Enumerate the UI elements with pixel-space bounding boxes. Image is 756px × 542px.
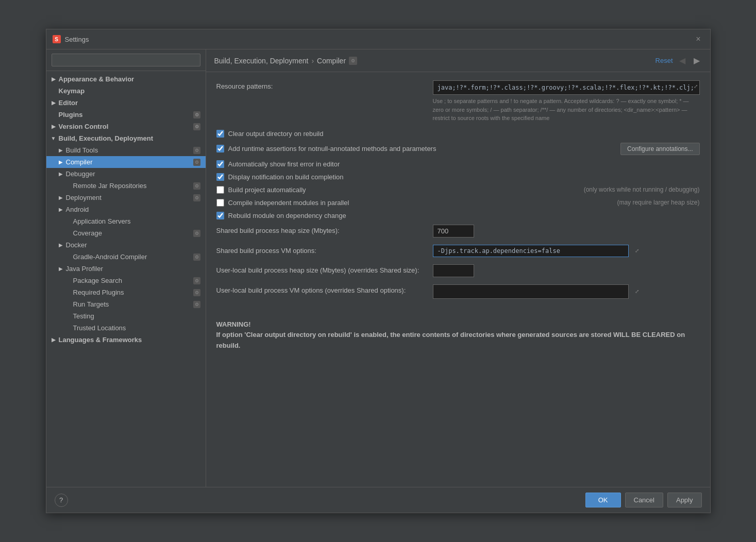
arrow-icon bbox=[65, 218, 71, 225]
shared-heap-input[interactable] bbox=[433, 225, 474, 238]
header-actions: Reset ◀ ▶ bbox=[656, 55, 702, 66]
sidebar-item-label: Deployment bbox=[66, 194, 193, 201]
sidebar-item-keymap[interactable]: Keymap bbox=[46, 85, 206, 97]
search-input[interactable] bbox=[52, 54, 200, 66]
arrow-icon: ▶ bbox=[58, 147, 64, 154]
resource-patterns-label: Resource patterns: bbox=[216, 80, 433, 90]
sidebar-item-java-profiler[interactable]: ▶ Java Profiler bbox=[46, 263, 206, 275]
user-vm-options-control: ⤢ bbox=[433, 284, 700, 299]
settings-dialog: S Settings × ▶ Appearance & Behavior Key… bbox=[46, 29, 711, 513]
arrow-icon: ▶ bbox=[58, 195, 64, 201]
warning-text: WARNING! If option 'Clear output directo… bbox=[216, 319, 700, 351]
user-heap-input[interactable] bbox=[433, 264, 474, 277]
sidebar-item-remote-jar-repositories[interactable]: Remote Jar Repositories ⚙ bbox=[46, 180, 206, 192]
clear-output-checkbox[interactable] bbox=[216, 130, 224, 138]
sidebar-item-docker[interactable]: ▶ Docker bbox=[46, 239, 206, 251]
sidebar-item-label: Docker bbox=[66, 241, 200, 249]
expand-icon[interactable]: ⤢ bbox=[635, 289, 639, 294]
warning-body: If option 'Clear output directory on reb… bbox=[216, 331, 685, 349]
sidebar-item-deployment[interactable]: ▶ Deployment ⚙ bbox=[46, 192, 206, 204]
arrow-icon bbox=[65, 313, 71, 319]
arrow-icon bbox=[65, 325, 71, 331]
shared-vm-options-label: Shared build process VM options: bbox=[216, 245, 433, 255]
sidebar-item-build-execution-deployment[interactable]: ▼ Build, Execution, Deployment bbox=[46, 132, 206, 144]
sidebar-item-android[interactable]: ▶ Android bbox=[46, 204, 206, 215]
settings-icon: ⚙ bbox=[193, 194, 200, 201]
expand-icon[interactable]: ⤢ bbox=[694, 83, 698, 89]
build-automatically-row: Build project automatically (only works … bbox=[216, 186, 700, 194]
sidebar-item-label: Run Targets bbox=[73, 300, 193, 308]
arrow-icon: ▶ bbox=[51, 100, 57, 106]
settings-icon: ⚙ bbox=[193, 230, 200, 237]
sidebar-item-required-plugins[interactable]: Required Plugins ⚙ bbox=[46, 286, 206, 298]
sidebar-item-package-search[interactable]: Package Search ⚙ bbox=[46, 275, 206, 286]
back-button[interactable]: ◀ bbox=[677, 55, 687, 66]
breadcrumb-separator: › bbox=[311, 57, 314, 65]
sidebar-item-build-tools[interactable]: ▶ Build Tools ⚙ bbox=[46, 144, 206, 156]
sidebar-item-appearance-behavior[interactable]: ▶ Appearance & Behavior bbox=[46, 73, 206, 85]
auto-show-error-checkbox[interactable] bbox=[216, 160, 224, 168]
cancel-button[interactable]: Cancel bbox=[625, 493, 663, 507]
sidebar-item-label: Build Tools bbox=[66, 146, 193, 154]
display-notification-label: Display notification on build completion bbox=[228, 173, 700, 181]
rebuild-on-dependency-checkbox[interactable] bbox=[216, 212, 224, 219]
clear-output-row: Clear output directory on rebuild bbox=[216, 130, 700, 138]
sidebar-item-label: Android bbox=[66, 206, 200, 213]
settings-icon: ⚙ bbox=[193, 301, 200, 308]
sidebar-item-application-servers[interactable]: Application Servers bbox=[46, 215, 206, 227]
settings-icon: ⚙ bbox=[193, 277, 200, 284]
sidebar-item-trusted-locations[interactable]: Trusted Locations bbox=[46, 322, 206, 334]
sidebar-item-testing[interactable]: Testing bbox=[46, 310, 206, 322]
display-notification-row: Display notification on build completion bbox=[216, 173, 700, 181]
arrow-icon: ▶ bbox=[51, 76, 57, 82]
arrow-icon: ▶ bbox=[51, 124, 57, 130]
sidebar-item-editor[interactable]: ▶ Editor bbox=[46, 97, 206, 109]
user-heap-label: User-local build process heap size (Mbyt… bbox=[216, 264, 433, 274]
resource-patterns-input[interactable] bbox=[433, 80, 700, 95]
help-button[interactable]: ? bbox=[55, 494, 68, 507]
title-bar: S Settings × bbox=[46, 29, 710, 49]
add-runtime-assertions-checkbox[interactable] bbox=[216, 145, 224, 153]
apply-button[interactable]: Apply bbox=[667, 493, 702, 507]
configure-annotations-button[interactable]: Configure annotations... bbox=[620, 143, 699, 155]
clear-output-label: Clear output directory on rebuild bbox=[228, 130, 700, 138]
user-vm-options-row: User-local build process VM options (ove… bbox=[216, 284, 700, 299]
user-vm-options-input[interactable] bbox=[433, 284, 629, 299]
forward-button[interactable]: ▶ bbox=[692, 55, 702, 66]
sidebar-item-label: Required Plugins bbox=[73, 289, 193, 296]
dialog-body: ▶ Appearance & Behavior Keymap ▶ Editor … bbox=[46, 49, 710, 487]
settings-icon: ⚙ bbox=[193, 159, 200, 166]
breadcrumb: Build, Execution, Deployment › Compiler … bbox=[214, 57, 656, 65]
ok-button[interactable]: OK bbox=[585, 493, 621, 507]
warning-section: WARNING! If option 'Clear output directo… bbox=[216, 309, 700, 351]
expand-icon[interactable]: ⤢ bbox=[635, 248, 639, 253]
arrow-icon bbox=[65, 301, 71, 308]
dialog-title: Settings bbox=[65, 36, 693, 43]
close-button[interactable]: × bbox=[693, 33, 703, 45]
sidebar-item-languages-frameworks[interactable]: ▶ Languages & Frameworks bbox=[46, 334, 206, 346]
compile-parallel-checkbox[interactable] bbox=[216, 199, 224, 207]
sidebar-item-label: Testing bbox=[73, 312, 200, 320]
shared-vm-options-row: Shared build process VM options: ⤢ bbox=[216, 245, 700, 257]
sidebar-item-coverage[interactable]: Coverage ⚙ bbox=[46, 227, 206, 239]
sidebar-item-plugins[interactable]: Plugins ⚙ bbox=[46, 109, 206, 121]
sidebar-item-label: Build, Execution, Deployment bbox=[59, 134, 200, 142]
sidebar-item-label: Editor bbox=[59, 99, 200, 107]
arrow-icon: ▶ bbox=[58, 159, 64, 165]
sidebar-tree: ▶ Appearance & Behavior Keymap ▶ Editor … bbox=[46, 71, 206, 487]
sidebar-item-gradle-android-compiler[interactable]: Gradle-Android Compiler ⚙ bbox=[46, 251, 206, 263]
sidebar-item-debugger[interactable]: ▶ Debugger bbox=[46, 168, 206, 180]
shared-vm-options-input[interactable] bbox=[433, 245, 629, 257]
user-heap-row: User-local build process heap size (Mbyt… bbox=[216, 264, 700, 277]
reset-button[interactable]: Reset bbox=[656, 57, 673, 64]
sidebar-item-run-targets[interactable]: Run Targets ⚙ bbox=[46, 298, 206, 310]
sidebar-item-label: Java Profiler bbox=[66, 265, 200, 273]
display-notification-checkbox[interactable] bbox=[216, 173, 224, 181]
arrow-icon: ▼ bbox=[51, 136, 57, 142]
sidebar-item-compiler[interactable]: ▶ Compiler ⚙ bbox=[46, 156, 206, 168]
resource-patterns-control: ⤢ Use ; to separate patterns and ! to ne… bbox=[433, 80, 700, 123]
build-automatically-checkbox[interactable] bbox=[216, 186, 224, 194]
app-icon: S bbox=[53, 35, 61, 43]
rebuild-on-dependency-label: Rebuild module on dependency change bbox=[228, 212, 700, 219]
sidebar-item-version-control[interactable]: ▶ Version Control ⚙ bbox=[46, 121, 206, 132]
